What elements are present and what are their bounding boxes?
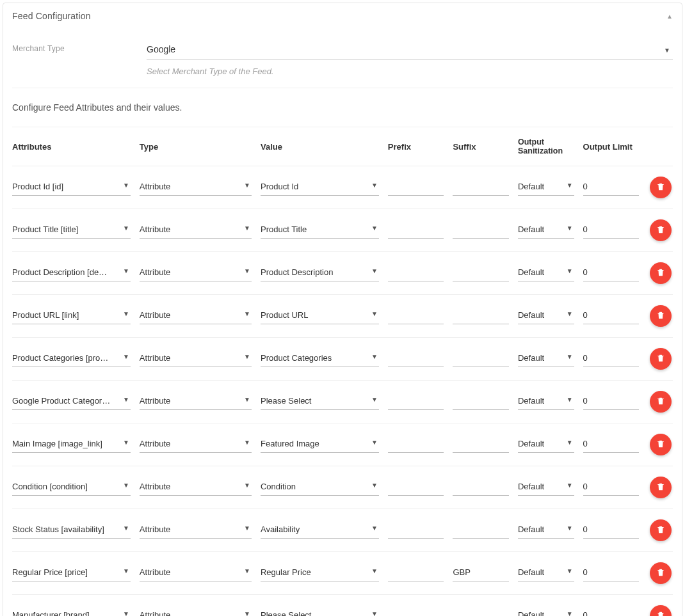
sanitization-select[interactable]: Default▼ [518,308,574,324]
prefix-input[interactable] [388,522,444,539]
suffix-input[interactable] [453,351,509,367]
type-select[interactable]: Attribute▼ [140,522,252,539]
attribute-value: Stock Status [availability] [12,525,104,534]
prefix-input[interactable] [388,265,444,281]
output-limit-input[interactable] [583,393,640,410]
type-value: Attribute [140,396,170,406]
prefix-input[interactable] [388,608,444,616]
merchant-type-select[interactable]: Google ▼ [147,40,673,60]
type-value: Attribute [140,225,170,234]
attribute-select[interactable]: Product URL [link]▼ [12,308,131,324]
output-limit-input[interactable] [583,265,640,281]
output-limit-input[interactable] [583,179,640,196]
chevron-down-icon: ▼ [244,182,250,189]
type-select[interactable]: Attribute▼ [140,308,252,324]
suffix-input[interactable] [453,522,509,539]
output-limit-input[interactable] [583,436,640,453]
delete-row-button[interactable] [650,391,672,413]
type-select[interactable]: Attribute▼ [140,565,252,581]
output-limit-input[interactable] [583,608,640,616]
sanitization-select[interactable]: Default▼ [518,565,574,581]
prefix-input[interactable] [388,479,444,496]
chevron-down-icon: ▼ [123,225,129,232]
suffix-input[interactable] [453,565,509,581]
type-select[interactable]: Attribute▼ [140,265,252,281]
value-select[interactable]: Product URL▼ [261,308,379,324]
delete-row-button[interactable] [650,519,672,541]
sanitization-select[interactable]: Default▼ [518,608,574,616]
output-limit-input[interactable] [583,308,640,324]
type-select[interactable]: Attribute▼ [140,222,252,239]
suffix-input[interactable] [453,479,509,496]
sanitization-select[interactable]: Default▼ [518,179,574,196]
delete-row-button[interactable] [650,477,672,498]
type-select[interactable]: Attribute▼ [140,393,252,410]
merchant-type-help: Select Merchant Type of the Feed. [147,67,673,76]
delete-row-button[interactable] [650,562,672,584]
value-value: Please Select [261,610,312,616]
value-select[interactable]: Product Id▼ [261,179,379,196]
attribute-select[interactable]: Condition [condition]▼ [12,479,131,496]
delete-row-button[interactable] [650,219,672,241]
value-select[interactable]: Availability▼ [261,522,379,539]
prefix-input[interactable] [388,351,444,367]
delete-row-button[interactable] [650,177,672,198]
prefix-input[interactable] [388,308,444,324]
delete-row-button[interactable] [650,348,672,370]
sanitization-select[interactable]: Default▼ [518,265,574,281]
attribute-select[interactable]: Google Product Categor…▼ [12,393,131,410]
value-select[interactable]: Product Title▼ [261,222,379,239]
suffix-input[interactable] [453,265,509,281]
sanitization-select[interactable]: Default▼ [518,436,574,453]
delete-row-button[interactable] [650,605,672,616]
attribute-select[interactable]: Product Title [title]▼ [12,222,131,239]
panel-header[interactable]: Feed Configuration ▲ [3,3,682,29]
value-select[interactable]: Regular Price▼ [261,565,379,581]
collapse-icon[interactable]: ▲ [666,13,673,20]
type-select[interactable]: Attribute▼ [140,608,252,616]
prefix-input[interactable] [388,222,444,239]
type-select[interactable]: Attribute▼ [140,351,252,367]
value-select[interactable]: Product Categories▼ [261,351,379,367]
output-limit-input[interactable] [583,222,640,239]
attribute-select[interactable]: Product Id [id]▼ [12,179,131,196]
prefix-input[interactable] [388,565,444,581]
chevron-down-icon: ▼ [123,267,129,274]
sanitization-select[interactable]: Default▼ [518,393,574,410]
suffix-input[interactable] [453,222,509,239]
suffix-input[interactable] [453,393,509,410]
prefix-input[interactable] [388,179,444,196]
value-select[interactable]: Product Description▼ [261,265,379,281]
sanitization-select[interactable]: Default▼ [518,479,574,496]
value-select[interactable]: Featured Image▼ [261,436,379,453]
type-select[interactable]: Attribute▼ [140,436,252,453]
output-limit-input[interactable] [583,522,640,539]
delete-row-button[interactable] [650,262,672,284]
value-select[interactable]: Condition▼ [261,479,379,496]
sanitization-select[interactable]: Default▼ [518,351,574,367]
delete-row-button[interactable] [650,305,672,327]
attribute-select[interactable]: Main Image [image_link]▼ [12,436,131,453]
output-limit-input[interactable] [583,479,640,496]
attribute-select[interactable]: Product Categories [pro…▼ [12,351,131,367]
suffix-input[interactable] [453,608,509,616]
attribute-select[interactable]: Stock Status [availability]▼ [12,522,131,539]
prefix-input[interactable] [388,393,444,410]
sanitization-select[interactable]: Default▼ [518,522,574,539]
attribute-select[interactable]: Product Description [de…▼ [12,265,131,281]
sanitization-select[interactable]: Default▼ [518,222,574,239]
suffix-input[interactable] [453,436,509,453]
suffix-input[interactable] [453,179,509,196]
output-limit-input[interactable] [583,565,640,581]
attribute-select[interactable]: Regular Price [price]▼ [12,565,131,581]
type-select[interactable]: Attribute▼ [140,479,252,496]
value-select[interactable]: Please Select▼ [261,393,379,410]
chevron-down-icon: ▼ [371,310,378,317]
output-limit-input[interactable] [583,351,640,367]
value-select[interactable]: Please Select▼ [261,608,379,616]
suffix-input[interactable] [453,308,509,324]
delete-row-button[interactable] [650,434,672,455]
type-select[interactable]: Attribute▼ [140,179,252,196]
prefix-input[interactable] [388,436,444,453]
attribute-select[interactable]: Manufacturer [brand]▼ [12,608,131,616]
